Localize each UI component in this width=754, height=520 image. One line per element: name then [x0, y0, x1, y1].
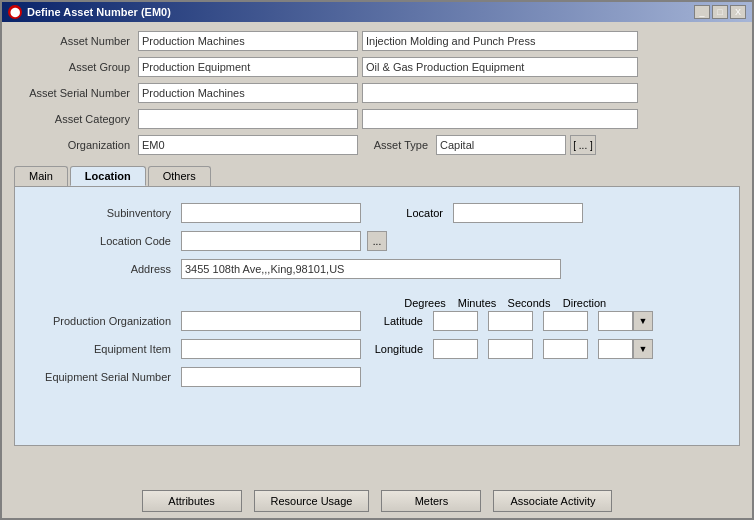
- equip-item-row: Equipment Item Longitude ▼: [35, 339, 719, 359]
- asset-number-label: Asset Number: [14, 35, 134, 47]
- address-row: Address: [35, 259, 719, 279]
- asset-serial-field-2[interactable]: [362, 83, 638, 103]
- form-content: Asset Number Asset Group Asset Serial Nu…: [2, 22, 752, 482]
- asset-group-field-2[interactable]: [362, 57, 638, 77]
- locator-label: Locator: [367, 207, 447, 219]
- asset-type-label: Asset Type: [362, 139, 432, 151]
- organization-label: Organization: [14, 139, 134, 151]
- lon-minutes-field[interactable]: [488, 339, 533, 359]
- location-code-label: Location Code: [35, 235, 175, 247]
- address-field[interactable]: [181, 259, 561, 279]
- organization-field[interactable]: [138, 135, 358, 155]
- prod-org-row: Production Organization Latitude ▼: [35, 311, 719, 331]
- address-label: Address: [35, 263, 175, 275]
- direction-header: Direction: [557, 297, 612, 309]
- title-bar: ⬤ Define Asset Number (EM0) _ □ X: [2, 2, 752, 22]
- latitude-label: Latitude: [367, 315, 427, 327]
- equip-serial-label: Equipment Serial Number: [35, 371, 175, 383]
- coord-headers: Degrees Minutes Seconds Direction: [401, 297, 719, 309]
- asset-type-browse-button[interactable]: [ ... ]: [570, 135, 596, 155]
- asset-category-field-1[interactable]: [138, 109, 358, 129]
- lat-direction-field[interactable]: [598, 311, 633, 331]
- tab-location[interactable]: Location: [70, 166, 146, 186]
- minimize-button[interactable]: _: [694, 5, 710, 19]
- attributes-button[interactable]: Attributes: [142, 490, 242, 512]
- subinventory-label: Subinventory: [35, 207, 175, 219]
- window-title: Define Asset Number (EM0): [27, 6, 171, 18]
- footer-buttons: Attributes Resource Usage Meters Associa…: [2, 482, 752, 518]
- asset-serial-label: Asset Serial Number: [14, 87, 134, 99]
- associate-activity-button[interactable]: Associate Activity: [493, 490, 612, 512]
- organization-row: Organization Asset Type [ ... ]: [14, 134, 740, 156]
- title-bar-left: ⬤ Define Asset Number (EM0): [8, 5, 171, 19]
- app-icon: ⬤: [8, 5, 22, 19]
- lat-direction-dropdown[interactable]: ▼: [633, 311, 653, 331]
- location-code-browse-button[interactable]: ...: [367, 231, 387, 251]
- lon-direction-dropdown[interactable]: ▼: [633, 339, 653, 359]
- location-code-row: Location Code ...: [35, 231, 719, 251]
- asset-category-label: Asset Category: [14, 113, 134, 125]
- tabs-container: Main Location Others Subinventory Locato…: [14, 166, 740, 446]
- locator-field[interactable]: [453, 203, 583, 223]
- title-bar-buttons: _ □ X: [694, 5, 746, 19]
- degrees-header: Degrees: [401, 297, 449, 309]
- location-panel: Subinventory Locator Location Code ... A…: [14, 186, 740, 446]
- asset-group-row: Asset Group: [14, 56, 740, 78]
- asset-number-field-2[interactable]: [362, 31, 638, 51]
- lon-seconds-field[interactable]: [543, 339, 588, 359]
- maximize-button[interactable]: □: [712, 5, 728, 19]
- prod-org-field[interactable]: [181, 311, 361, 331]
- equip-serial-row: Equipment Serial Number: [35, 367, 719, 387]
- asset-type-field[interactable]: [436, 135, 566, 155]
- lon-degrees-field[interactable]: [433, 339, 478, 359]
- meters-button[interactable]: Meters: [381, 490, 481, 512]
- prod-org-label: Production Organization: [35, 315, 175, 327]
- main-window: ⬤ Define Asset Number (EM0) _ □ X Asset …: [0, 0, 754, 520]
- equip-serial-field[interactable]: [181, 367, 361, 387]
- equip-item-field[interactable]: [181, 339, 361, 359]
- asset-category-row: Asset Category: [14, 108, 740, 130]
- lat-minutes-field[interactable]: [488, 311, 533, 331]
- lat-seconds-field[interactable]: [543, 311, 588, 331]
- tab-main[interactable]: Main: [14, 166, 68, 186]
- asset-number-row: Asset Number: [14, 30, 740, 52]
- asset-serial-row: Asset Serial Number: [14, 82, 740, 104]
- tabs: Main Location Others: [14, 166, 740, 186]
- equip-item-label: Equipment Item: [35, 343, 175, 355]
- asset-category-field-2[interactable]: [362, 109, 638, 129]
- asset-group-field-1[interactable]: [138, 57, 358, 77]
- location-code-field[interactable]: [181, 231, 361, 251]
- asset-group-label: Asset Group: [14, 61, 134, 73]
- asset-serial-field-1[interactable]: [138, 83, 358, 103]
- minutes-header: Minutes: [453, 297, 501, 309]
- subinventory-field[interactable]: [181, 203, 361, 223]
- lon-direction-field[interactable]: [598, 339, 633, 359]
- asset-number-field-1[interactable]: [138, 31, 358, 51]
- lat-degrees-field[interactable]: [433, 311, 478, 331]
- seconds-header: Seconds: [505, 297, 553, 309]
- longitude-label: Longitude: [367, 343, 427, 355]
- resource-usage-button[interactable]: Resource Usage: [254, 490, 370, 512]
- tab-others[interactable]: Others: [148, 166, 211, 186]
- close-button[interactable]: X: [730, 5, 746, 19]
- subinventory-row: Subinventory Locator: [35, 203, 719, 223]
